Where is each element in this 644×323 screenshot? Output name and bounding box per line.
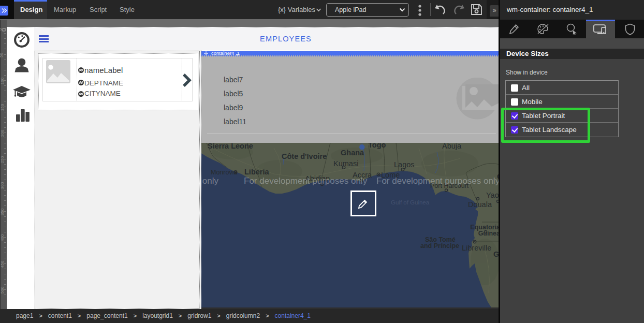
svg-text:Kumasi: Kumasi: [333, 159, 358, 168]
svg-text:Guinea: Guinea: [478, 230, 500, 237]
svg-text:Sierra Leone: Sierra Leone: [208, 143, 253, 150]
svg-text:Monrovia: Monrovia: [211, 169, 237, 176]
svg-text:only: only: [202, 176, 219, 186]
svg-text:For development purposes only: For development purposes only: [376, 176, 500, 186]
svg-text:Lagos: Lagos: [394, 160, 415, 169]
svg-text:Liberia: Liberia: [244, 168, 269, 176]
svg-text:Yaou: Yaou: [486, 191, 500, 199]
svg-text:Libreville: Libreville: [462, 244, 491, 252]
svg-text:Abuja: Abuja: [442, 143, 462, 150]
svg-text:Douala: Douala: [468, 200, 492, 209]
svg-text:For development purposes only: For development purposes only: [244, 176, 368, 186]
svg-text:Côte d'Ivoire: Côte d'Ivoire: [282, 152, 327, 160]
svg-text:and Príncipe: and Príncipe: [420, 242, 459, 249]
svg-text:Gulf of Guinea: Gulf of Guinea: [391, 199, 430, 205]
svg-text:Togo: Togo: [368, 143, 386, 149]
svg-text:Ghana: Ghana: [341, 149, 364, 157]
